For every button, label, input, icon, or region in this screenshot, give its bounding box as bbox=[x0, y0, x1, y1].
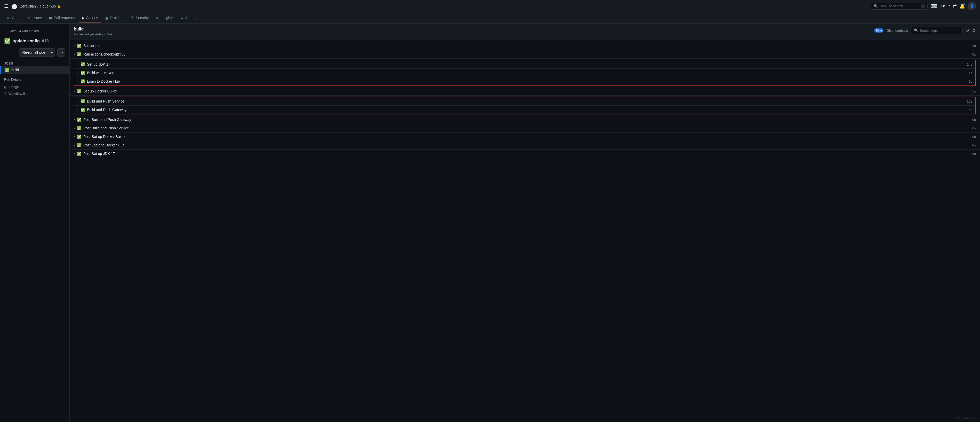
breadcrumb-repo[interactable]: cloud-hub bbox=[40, 4, 56, 8]
step-post-build-push-service[interactable]: › ✅ Post Build and Push Service 0s bbox=[70, 124, 980, 133]
step-status-icon: ✅ bbox=[77, 89, 81, 93]
workflow-run-meta: build succeeded yesterday in 59s Beta Gi… bbox=[74, 27, 976, 36]
job-status-icon: ✅ bbox=[5, 68, 9, 72]
step-build-with-maven[interactable]: › ✅ Build with Maven 11s bbox=[74, 69, 975, 77]
step-chevron-icon: › bbox=[74, 90, 75, 93]
nav-code[interactable]: ⊞ Code bbox=[4, 14, 24, 22]
top-nav: ☰ ⬤ ZeroClian / cloud-hub 🔒 🔍 / ⌨ +▾ ○ ⇄… bbox=[0, 0, 980, 13]
step-post-login-docker-hub[interactable]: › ✅ Post Login to Docker Hub 0s bbox=[70, 141, 980, 150]
step-status-icon: ✅ bbox=[77, 134, 81, 139]
nav-projects-label: Projects bbox=[110, 16, 123, 20]
step-run-actions-checkout[interactable]: › ✅ Run actions/checkout@v3 0s bbox=[70, 50, 980, 59]
pr-nav-icon: ⇄ bbox=[49, 16, 52, 20]
refresh-icon[interactable]: ↺ bbox=[966, 28, 969, 33]
issue-icon[interactable]: ○ bbox=[948, 3, 950, 9]
workflow-run-left: build succeeded yesterday in 59s bbox=[74, 27, 112, 36]
step-duration: 1s bbox=[972, 44, 976, 48]
run-details-label: Run details bbox=[4, 78, 65, 82]
rerun-dropdown-button[interactable]: ▾ bbox=[49, 48, 55, 57]
settings-icon[interactable]: ⚙ bbox=[972, 28, 976, 33]
step-group-2: › ✅ Build and Push Service 16s › ✅ Build… bbox=[74, 97, 976, 114]
step-name: Post Set up JDK 17 bbox=[83, 152, 972, 156]
nav-projects[interactable]: ▦ Projects bbox=[102, 14, 126, 22]
step-status-icon: ✅ bbox=[81, 108, 85, 112]
sidebar-job-build[interactable]: ✅ build bbox=[0, 66, 69, 74]
step-status-icon: ✅ bbox=[81, 99, 85, 103]
nav-security[interactable]: ⛨ Security bbox=[127, 14, 152, 22]
step-name: Post Build and Push Gateway bbox=[83, 118, 972, 121]
beta-badge: Beta bbox=[874, 29, 883, 32]
nav-issues[interactable]: ○ Issues bbox=[24, 14, 45, 22]
step-duration: 0s bbox=[972, 152, 976, 156]
step-post-build-push-gateway[interactable]: › ✅ Post Build and Push Gateway 0s bbox=[70, 115, 980, 124]
step-build-push-gateway[interactable]: › ✅ Build and Push Gateway 5s bbox=[74, 105, 975, 114]
give-feedback-link[interactable]: Give feedback bbox=[886, 29, 908, 32]
main-content: build succeeded yesterday in 59s Beta Gi… bbox=[70, 24, 980, 422]
step-post-set-up-jdk-17[interactable]: › ✅ Post Set up JDK 17 0s bbox=[70, 150, 980, 158]
step-status-icon: ✅ bbox=[77, 152, 81, 156]
log-search-input[interactable] bbox=[920, 29, 960, 32]
watermark: CSDN @ZeroClian bbox=[955, 417, 977, 420]
sidebar: ← Java CI with Maven ✅ update config #18… bbox=[0, 24, 70, 422]
step-name: Run actions/checkout@v3 bbox=[83, 52, 972, 56]
usage-icon: ◎ bbox=[4, 85, 7, 89]
nav-security-label: Security bbox=[136, 16, 149, 20]
breadcrumb-user[interactable]: ZeroClian bbox=[20, 4, 36, 8]
notification-dot bbox=[963, 3, 965, 5]
settings-nav-icon: ⚙ bbox=[180, 16, 184, 20]
more-options-button[interactable]: ··· bbox=[57, 48, 65, 57]
command-palette-icon[interactable]: ⌨ bbox=[931, 3, 937, 9]
steps-list: › ✅ Set up job 1s › ✅ Run actions/checko… bbox=[70, 40, 980, 160]
insights-nav-icon: ∿ bbox=[156, 16, 159, 20]
step-group-1: › ✅ Set up JDK 17 14s › ✅ Build with Mav… bbox=[74, 60, 976, 86]
sidebar-workflow-file[interactable]: □ Workflow file bbox=[4, 90, 65, 97]
log-search-icon: 🔍 bbox=[914, 29, 918, 32]
nav-pr-label: Pull requests bbox=[54, 16, 75, 20]
hamburger-menu[interactable]: ☰ bbox=[4, 3, 8, 9]
step-duration: 0s bbox=[972, 143, 976, 147]
pr-icon[interactable]: ⇄ bbox=[953, 3, 957, 9]
back-to-workflow[interactable]: ← Java CI with Maven bbox=[0, 28, 69, 36]
step-set-up-jdk[interactable]: › ✅ Set up JDK 17 14s bbox=[74, 60, 975, 69]
workflow-panel-header: build succeeded yesterday in 59s Beta Gi… bbox=[70, 24, 980, 40]
page-layout: ← Java CI with Maven ✅ update config #18… bbox=[0, 24, 980, 422]
nav-insights[interactable]: ∿ Insights bbox=[153, 14, 176, 22]
step-duration: 0s bbox=[972, 135, 976, 139]
run-status-icon: ✅ bbox=[4, 38, 11, 44]
step-status-icon: ✅ bbox=[81, 79, 85, 83]
step-login-docker-hub[interactable]: › ✅ Login to Docker Hub 0s bbox=[74, 77, 975, 85]
nav-actions[interactable]: ▶ Actions bbox=[79, 14, 101, 22]
step-chevron-icon: › bbox=[74, 53, 75, 56]
job-label: build bbox=[11, 68, 19, 72]
nav-icons: ⌨ +▾ ○ ⇄ 🔔 👤 bbox=[931, 2, 976, 10]
step-chevron-icon: › bbox=[77, 108, 78, 112]
step-set-up-job[interactable]: › ✅ Set up job 1s bbox=[70, 42, 980, 50]
step-post-set-up-docker-buildx[interactable]: › ✅ Post Set up Docker Buildx 0s bbox=[70, 133, 980, 141]
step-build-push-service[interactable]: › ✅ Build and Push Service 16s bbox=[74, 97, 975, 105]
step-duration: 0s bbox=[972, 118, 976, 121]
step-duration: 5s bbox=[969, 108, 972, 112]
search-input[interactable] bbox=[879, 4, 920, 8]
top-nav-right: 🔍 / ⌨ +▾ ○ ⇄ 🔔 👤 bbox=[871, 2, 976, 10]
step-status-icon: ✅ bbox=[77, 44, 81, 48]
step-name: Set up job bbox=[83, 44, 972, 48]
lock-icon: 🔒 bbox=[57, 5, 61, 8]
nav-settings[interactable]: ⚙ Settings bbox=[177, 14, 202, 22]
nav-pull-requests[interactable]: ⇄ Pull requests bbox=[46, 14, 78, 22]
notification-icon[interactable]: 🔔 bbox=[959, 3, 965, 9]
global-search[interactable]: 🔍 / bbox=[871, 3, 928, 10]
plus-icon[interactable]: +▾ bbox=[940, 3, 945, 9]
avatar[interactable]: 👤 bbox=[967, 2, 976, 10]
workflow-file-label: Workflow file bbox=[8, 92, 27, 96]
log-search-box[interactable]: 🔍 bbox=[911, 27, 963, 34]
step-name: Post Build and Push Service bbox=[83, 126, 972, 130]
step-duration: 0s bbox=[972, 53, 976, 56]
back-arrow-icon: ← bbox=[4, 29, 8, 33]
step-set-up-docker-buildx[interactable]: › ✅ Set up Docker Buildx 5s bbox=[70, 87, 980, 96]
sidebar-usage[interactable]: ◎ Usage bbox=[4, 83, 65, 90]
rerun-all-jobs-button[interactable]: Re-run all jobs bbox=[19, 48, 49, 57]
step-chevron-icon: › bbox=[74, 143, 75, 147]
search-shortcut: / bbox=[921, 4, 925, 8]
step-name: Post Set up Docker Buildx bbox=[83, 134, 972, 139]
step-status-icon: ✅ bbox=[77, 143, 81, 147]
